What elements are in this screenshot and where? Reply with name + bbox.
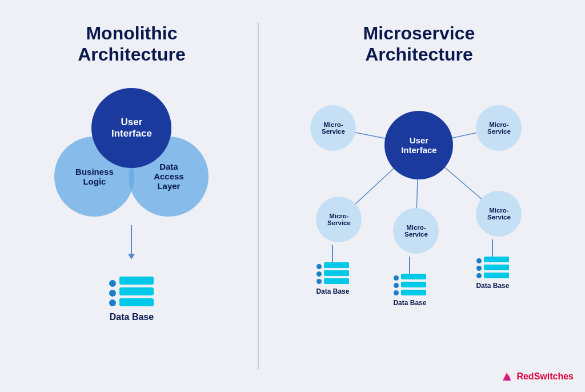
micro-db-label-2: Data Base xyxy=(393,299,426,307)
panel-divider xyxy=(258,23,259,369)
ms-node-tr: Micro-Service xyxy=(476,105,522,151)
redswitches-logo: RedSwitches xyxy=(500,370,574,383)
mono-db-label: Data Base xyxy=(110,312,154,322)
micro-db-label-3: Data Base xyxy=(476,282,509,290)
mono-arrow xyxy=(128,225,135,259)
ms-node-bl: Micro-Service xyxy=(316,197,362,242)
microservice-diagram: UserInterface Micro-Service Micro-Servic… xyxy=(299,82,539,311)
microservice-panel: Microservice Architecture UserInterface xyxy=(265,11,574,381)
mono-db: Data Base xyxy=(109,277,154,322)
monolithic-diagram: UserInterface BusinessLogic DataAccessLa… xyxy=(46,88,217,248)
logo-text: RedSwitches xyxy=(516,371,574,382)
db-bars xyxy=(119,277,154,306)
micro-db-1: Data Base xyxy=(316,245,349,295)
ms-center-node: UserInterface xyxy=(384,111,453,179)
monolithic-panel: Monolithic Architecture UserInterface Bu… xyxy=(11,11,252,381)
ms-node-tl: Micro-Service xyxy=(310,105,356,151)
logo-icon xyxy=(500,370,513,383)
microservice-title: Microservice Architecture xyxy=(363,23,475,65)
db-dots xyxy=(109,280,116,306)
ui-circle: UserInterface xyxy=(91,88,171,168)
monolithic-title: Monolithic Architecture xyxy=(78,23,186,65)
micro-db-label-1: Data Base xyxy=(316,287,349,295)
micro-db-2: Data Base xyxy=(393,257,426,307)
ms-node-bc: Micro-Service xyxy=(393,208,439,254)
ms-node-br: Micro-Service xyxy=(476,191,522,237)
micro-db-3: Data Base xyxy=(476,239,509,290)
mono-db-icon xyxy=(109,277,154,306)
